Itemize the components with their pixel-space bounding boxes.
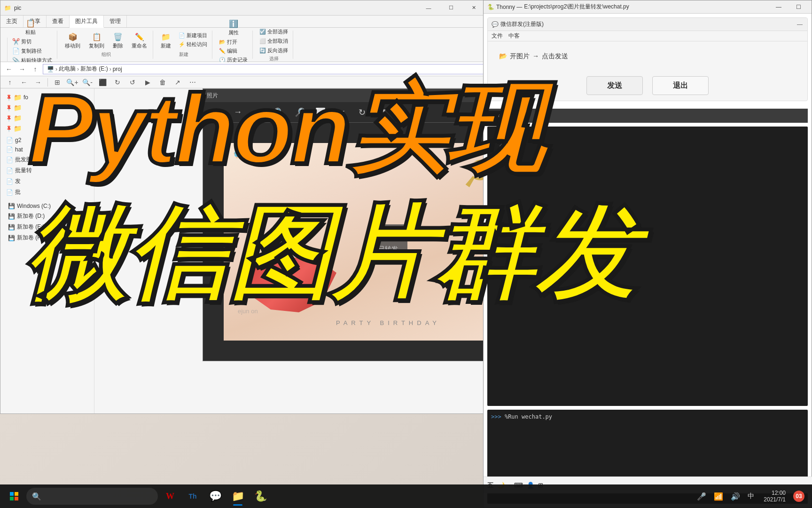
wechat-open-icon: 📂: [499, 51, 507, 61]
paste-button[interactable]: 📋 粘贴: [23, 18, 39, 37]
wechat-app-title: 微信群发(注册版): [500, 20, 544, 28]
party-birthday-text: PARTY BIRTHDAY: [336, 319, 440, 326]
select-all-button[interactable]: ☑️ 全部选择: [258, 28, 290, 36]
sidebar-item-fa-icon: 📄: [6, 178, 13, 185]
thonny-maximize[interactable]: ☐: [789, 1, 808, 13]
cut-button[interactable]: ✂️ 剪切: [10, 38, 54, 46]
organise-buttons: 📦 移动到 📋 复制到 🗑️ 删除 ✏️ 重命名: [62, 32, 150, 50]
easy-access-button[interactable]: ⚡ 轻松访问: [177, 40, 209, 48]
wechat-menu-file[interactable]: 文件: [492, 32, 503, 40]
paste-label: 粘贴: [25, 29, 36, 36]
tray-volume-icon[interactable]: 🔊: [729, 490, 742, 503]
new-group-label: 新建: [179, 51, 188, 58]
copy-to-label: 复制到: [89, 42, 104, 49]
ribbon-tab-picture-tools[interactable]: 图片工具: [70, 16, 104, 28]
edit-icon: ✏️: [219, 48, 226, 54]
open-label: 打开: [227, 39, 237, 46]
new-item-button[interactable]: 📄 新建项目: [177, 32, 209, 40]
new-folder-button[interactable]: 📁 新建: [158, 32, 174, 50]
delete-button[interactable]: 🗑️ 删除: [110, 32, 126, 50]
new-buttons: 📁 新建 📄 新建项目 ⚡ 轻松访问: [158, 32, 209, 50]
maximize-button[interactable]: ☐: [440, 1, 462, 15]
taskbar-search-bar[interactable]: 🔍: [26, 488, 158, 505]
explorer-ribbon: 主页 共享 查看 图片工具 管理 📋 粘贴 ✂️ 剪切 📄: [0, 16, 488, 62]
ribbon-content: 📋 粘贴 ✂️ 剪切 📄 复制路径 📎 粘贴快捷方式: [0, 28, 488, 62]
python-taskbar-icon: 🐍: [254, 490, 267, 502]
address-root-icon: 🖥️: [47, 66, 54, 72]
cut-icon: ✂️: [12, 38, 20, 45]
tray-mic-icon[interactable]: 🎤: [695, 490, 708, 503]
close-button[interactable]: ✕: [463, 1, 484, 15]
drive-f-icon: 💾: [8, 235, 15, 241]
pin-icon-4: 📌: [5, 125, 13, 132]
wechat-title: 💬 微信群发(注册版): [492, 20, 544, 28]
svg-rect-0: [10, 492, 14, 496]
cut-label: 剪切: [21, 38, 31, 45]
ribbon-select-group: ☑️ 全部选择 ⬜ 全部取消 🔄 反向选择 选择: [255, 31, 293, 59]
thonny-minimize[interactable]: —: [769, 1, 788, 13]
properties-button[interactable]: ℹ️ 属性: [226, 18, 242, 37]
delete-icon: 🗑️: [113, 32, 123, 41]
notification-count: 03: [796, 493, 802, 500]
exit-button[interactable]: 退出: [652, 76, 709, 95]
nav-item-2-icon: 📁: [14, 104, 22, 111]
rename-button[interactable]: ✏️ 重命名: [129, 32, 150, 50]
ribbon-tab-home[interactable]: 主页: [0, 16, 23, 27]
copy-to-button[interactable]: 📋 复制到: [86, 32, 107, 50]
tray-lang-icon[interactable]: 中: [746, 490, 756, 502]
sidebar-item-pi-label: 批: [15, 188, 21, 196]
taskbar-app-thonny[interactable]: Th: [182, 486, 203, 507]
taskbar-app-explorer[interactable]: 📁: [227, 486, 248, 507]
wps-icon: W: [166, 492, 174, 501]
wechat-instruction-text: 开图片: [510, 51, 530, 61]
start-button[interactable]: [4, 486, 24, 507]
sidebar-item-pifa-icon: 📄: [6, 157, 13, 163]
wechat-minimize-button[interactable]: —: [796, 21, 804, 28]
forward-button[interactable]: →: [16, 64, 28, 75]
ribbon-tab-manage[interactable]: 管理: [104, 16, 127, 27]
deselect-all-button[interactable]: ⬜ 全部取消: [258, 37, 290, 45]
clipboard-sub-buttons: ✂️ 剪切 📄 复制路径 📎 粘贴快捷方式: [7, 38, 54, 64]
delete-label: 删除: [113, 42, 123, 49]
taskbar-clock[interactable]: 12:00 2021/7/1: [760, 488, 789, 505]
wechat-menu-zhongke[interactable]: 中客: [508, 32, 520, 40]
minimize-button[interactable]: —: [418, 1, 439, 15]
drive-d-icon: 💾: [8, 213, 15, 220]
edit-button[interactable]: ✏️ 编辑: [217, 47, 250, 55]
explorer-taskbar-icon: 📁: [232, 490, 244, 502]
deselect-all-label: 全部取消: [267, 38, 288, 45]
sidebar-item-fa-label: 发: [15, 177, 21, 185]
overlay-title-line2: 微信图片群发: [23, 202, 635, 306]
taskbar-app-wps[interactable]: W: [160, 486, 180, 507]
send-button[interactable]: 发送: [586, 76, 643, 95]
invert-selection-button[interactable]: 🔄 反向选择: [258, 47, 290, 55]
titlebar-controls: — ☐ ✕: [418, 1, 484, 15]
sidebar-item-piliang-icon: 📄: [6, 167, 13, 174]
windows-logo-icon: [9, 492, 19, 501]
back-button[interactable]: ←: [3, 64, 15, 75]
nav-up-button[interactable]: ↑: [3, 77, 16, 87]
taskbar-app-python[interactable]: 🐍: [250, 486, 271, 507]
explorer-folder-icon: 📁: [4, 5, 11, 11]
sidebar-item-g2-icon: 📄: [6, 137, 13, 143]
ribbon-new-group: 📁 新建 📄 新建项目 ⚡ 轻松访问 新建: [155, 31, 212, 59]
taskbar-time-text: 12:00: [772, 490, 786, 496]
taskbar-app-wechat[interactable]: 💬: [205, 486, 226, 507]
copy-path-button[interactable]: 📄 复制路径: [10, 47, 54, 55]
nav-item-3-icon: 📁: [14, 114, 22, 122]
deselect-all-icon: ⬜: [259, 38, 266, 44]
address-path[interactable]: 🖥️ › 此电脑 › 新加卷 (E:) › proj: [43, 64, 485, 74]
taskbar: 🔍 W Th 💬 📁 🐍 🎤 📶 🔊 中 12:00 2021/7/1 03: [0, 484, 812, 508]
properties-icon: ℹ️: [229, 19, 238, 28]
up-button[interactable]: ↑: [30, 64, 41, 75]
open-button[interactable]: 📂 打开: [217, 38, 250, 46]
notification-badge[interactable]: 03: [793, 491, 804, 502]
sidebar-item-pi-icon: 📄: [6, 189, 13, 196]
svg-rect-2: [10, 497, 14, 500]
select-all-icon: ☑️: [259, 29, 266, 35]
paste-icon: 📋: [26, 19, 35, 28]
ribbon-tab-view[interactable]: 查看: [47, 16, 70, 27]
tray-network-icon[interactable]: 📶: [712, 490, 725, 503]
move-to-button[interactable]: 📦 移动到: [62, 32, 83, 50]
wechat-arrow-icon: →: [532, 51, 539, 61]
